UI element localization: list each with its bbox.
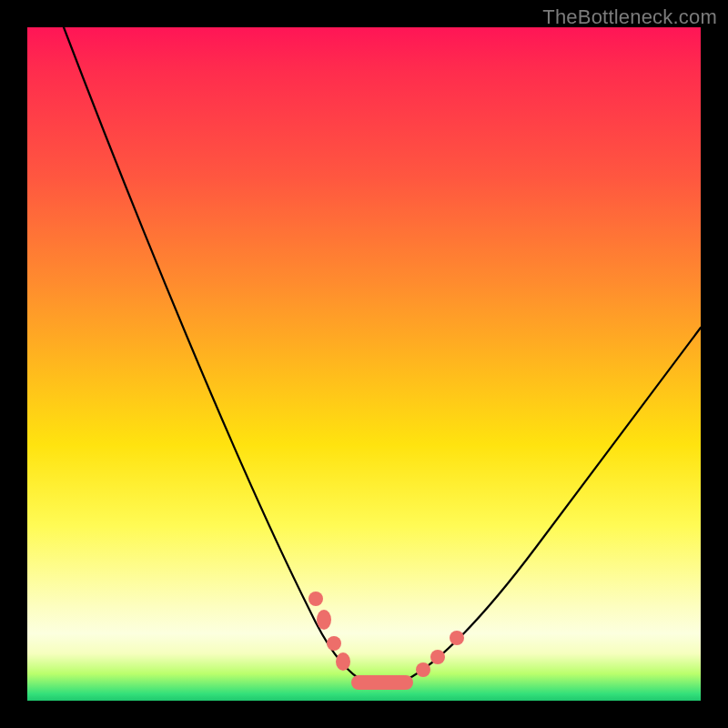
curve-right-branch (405, 328, 701, 681)
marker-dot (308, 592, 323, 606)
marker-pill (351, 675, 413, 690)
bottleneck-curve (27, 27, 701, 701)
curve-left-branch (64, 27, 359, 679)
marker-dot (336, 652, 350, 671)
chart-frame: TheBottleneck.com (0, 0, 728, 728)
marker-dot (327, 636, 341, 651)
marker-dot (317, 610, 331, 630)
marker-dot (450, 631, 464, 645)
marker-dot (416, 662, 430, 677)
watermark-text: TheBottleneck.com (542, 5, 717, 29)
marker-dot (430, 650, 445, 664)
chart-plot-area (27, 27, 701, 701)
